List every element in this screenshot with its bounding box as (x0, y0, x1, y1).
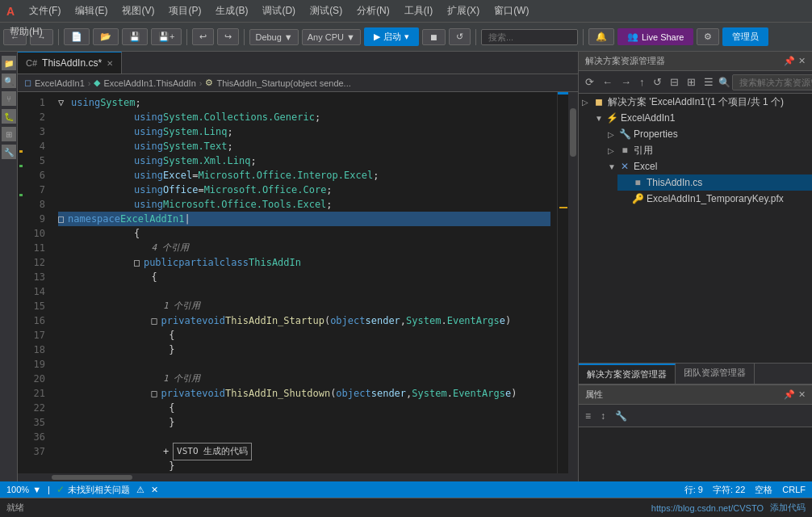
se-sync-button[interactable]: ⟳ (582, 74, 597, 90)
tab-thisaddin[interactable]: C# ThisAddIn.cs* ✕ (18, 52, 122, 74)
platform-dropdown[interactable]: Any CPU ▼ (302, 29, 361, 45)
activity-debug[interactable]: 🐛 (2, 109, 16, 124)
activity-search[interactable]: 🔍 (2, 74, 16, 88)
menu-view[interactable]: 视图(V) (115, 2, 161, 20)
menu-help[interactable]: 帮助(H) (3, 23, 49, 41)
restart-button[interactable]: ↺ (449, 28, 471, 45)
pfx-label: ExcelAddIn1_TemporaryKey.pfx (647, 193, 784, 204)
ln-10: 10 (23, 226, 45, 241)
pin-icon[interactable]: 📌 (784, 56, 795, 66)
activity-git[interactable]: ⑂ (2, 91, 16, 106)
ln-19: 19 (23, 357, 45, 372)
tree-references[interactable]: ▷ ■ 引用 (605, 142, 812, 158)
manage-button[interactable]: 管理员 (722, 27, 768, 46)
menu-edit[interactable]: 编辑(E) (69, 2, 114, 20)
activity-tools[interactable]: 🔧 (2, 145, 16, 159)
chevron-down-icon: ▼ (284, 32, 293, 42)
tree-properties[interactable]: ▷ 🔧 Properties (605, 126, 812, 142)
chevron-down-icon3: ▾ (404, 32, 409, 42)
se-forward-button[interactable]: → (617, 74, 634, 90)
status-left: 100% ▼ | ✓ 未找到相关问题 ⚠ ✕ (6, 484, 158, 496)
run-button[interactable]: ▶ 启动 ▾ (364, 27, 419, 46)
menu-analyze[interactable]: 分析(N) (350, 2, 396, 20)
prop-alphabetical-button[interactable]: ↕ (597, 409, 609, 423)
play-icon: ▶ (374, 32, 380, 42)
tab-team-explorer[interactable]: 团队资源管理器 (676, 364, 755, 384)
save-button[interactable]: 💾 (122, 28, 148, 45)
properties-label: Properties (634, 128, 678, 140)
horizontal-scrollbar[interactable] (18, 473, 578, 481)
code-container[interactable]: 1 2 3 4 5 6 7 8 9 10 11 12 13 14 15 16 1… (18, 92, 578, 473)
bc-excel-icon: ◻ (24, 78, 31, 88)
liveshare-icon: 👥 (627, 32, 638, 42)
menu-tools[interactable]: 工具(I) (398, 2, 439, 20)
se-show-all-button[interactable]: ⊞ (684, 74, 699, 90)
close-panel-button[interactable]: ✕ (798, 56, 806, 66)
tree-solution[interactable]: ▷ ◼ 解决方案 'ExcelAddIn1'(1 个项目/共 1 个) (579, 94, 812, 110)
ln-20: 20 (23, 372, 45, 386)
activity-extensions[interactable]: ⊞ (2, 127, 16, 141)
bc-class[interactable]: ExcelAddIn1.ThisAddIn (103, 78, 195, 88)
tree-project[interactable]: ▼ ⚡ ExcelAddIn1 (592, 110, 812, 126)
ln-11: 11 (23, 241, 45, 255)
redo-button[interactable]: ↪ (217, 28, 239, 45)
menu-extensions[interactable]: 扩展(X) (441, 2, 486, 20)
bottom-bar: 就绪 https://blog.csdn.net/CVSTO 添加代码 (0, 498, 812, 517)
settings-button[interactable]: ⚙ (697, 28, 719, 45)
code-line-16: } (58, 343, 550, 357)
tree-excel-folder[interactable]: ▼ ✕ Excel (605, 158, 812, 174)
zoom-control[interactable]: 100% ▼ (6, 485, 41, 494)
close-prop-button[interactable]: ✕ (798, 389, 806, 400)
excel-folder-label: Excel (634, 161, 657, 172)
menu-project[interactable]: 项目(P) (162, 2, 207, 20)
add-code-hint[interactable]: 添加代码 (770, 502, 806, 514)
misc-button[interactable]: 🔔 (588, 28, 614, 45)
pfx-icon: 🔑 (632, 193, 643, 204)
se-refresh-button[interactable]: ↺ (650, 74, 665, 90)
tab-solution-explorer[interactable]: 解决方案资源管理器 (579, 364, 676, 384)
vertical-scrollbar[interactable] (568, 92, 578, 473)
code-editor[interactable]: ▽ using System; using System.Collections… (52, 92, 557, 473)
right-bottom-tabs: 解决方案资源管理器 团队资源管理器 (579, 363, 812, 385)
prop-properties-button[interactable]: 🔧 (612, 409, 630, 423)
menu-test[interactable]: 测试(S) (303, 2, 349, 20)
hscrollbar-thumb[interactable] (52, 475, 132, 480)
tab-close-button[interactable]: ✕ (107, 59, 113, 68)
prop-categorized-button[interactable]: ≡ (582, 409, 594, 423)
status-separator: | (48, 485, 50, 494)
expand-icon2: ▼ (595, 114, 603, 123)
ln-7: 7 (23, 183, 45, 197)
sep4 (475, 29, 476, 45)
ln-13: 13 (23, 270, 45, 284)
se-filter-button[interactable]: ☰ (701, 74, 717, 90)
se-collapse-button[interactable]: ⊟ (667, 74, 682, 90)
activity-explorer[interactable]: 📁 (2, 56, 16, 70)
stop-button[interactable]: ⏹ (422, 29, 446, 45)
undo-button[interactable]: ↩ (192, 28, 214, 45)
new-file-button[interactable]: 📄 (64, 28, 90, 45)
bc-project[interactable]: ExcelAddIn1 (35, 78, 85, 88)
se-up-button[interactable]: ↑ (636, 74, 648, 90)
menu-debug[interactable]: 调试(D) (256, 2, 302, 20)
csdn-link[interactable]: https://blog.csdn.net/CVSTO (651, 503, 764, 513)
pin-prop-icon[interactable]: 📌 (784, 389, 795, 400)
expand-icon: ▷ (582, 98, 590, 107)
indent-type: 空格 (755, 484, 772, 496)
bc-method[interactable]: ThisAddIn_Startup(object sende... (216, 78, 350, 88)
save-all-button[interactable]: 💾+ (151, 28, 182, 45)
vsto-snippet[interactable]: VSTO 生成的代码 (173, 443, 252, 460)
tree-pfx[interactable]: 🔑 ExcelAddIn1_TemporaryKey.pfx (617, 191, 812, 207)
liveshare-button[interactable]: 👥 Live Share (617, 28, 694, 45)
tree-thisaddin[interactable]: ■ ThisAddIn.cs (617, 174, 812, 191)
menu-window[interactable]: 窗口(W) (488, 2, 535, 20)
status-ok: ✓ 未找到相关问题 (57, 484, 130, 496)
open-button[interactable]: 📂 (93, 28, 119, 45)
scrollbar-thumb[interactable] (570, 108, 576, 157)
toolbar: ← → 📄 📂 💾 💾+ ↩ ↪ Debug ▼ Any CPU ▼ ▶ 启动 … (0, 23, 812, 52)
menu-file[interactable]: 文件(F) (23, 2, 67, 20)
search-input[interactable] (481, 29, 578, 45)
debug-config-dropdown[interactable]: Debug ▼ (249, 29, 298, 45)
se-back-button[interactable]: ← (599, 74, 616, 90)
menu-build[interactable]: 生成(B) (209, 2, 254, 20)
se-search-input[interactable] (732, 74, 813, 90)
